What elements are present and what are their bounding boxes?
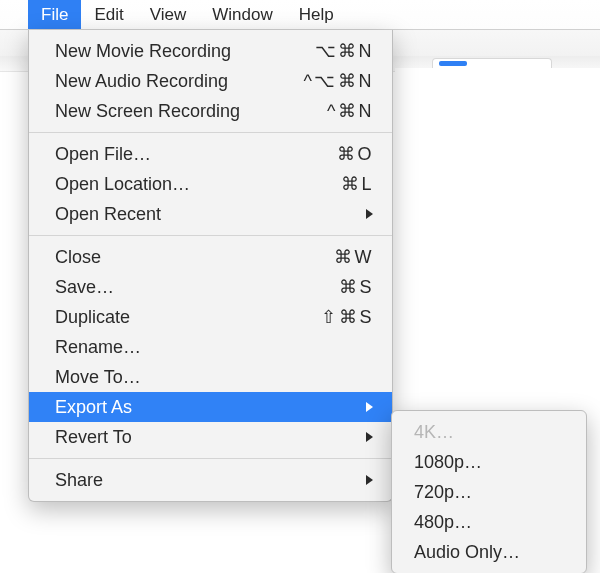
menu-bar: File Edit View Window Help <box>0 0 600 30</box>
menu-separator <box>29 235 392 236</box>
menu-item-shortcut: ⇧⌘S <box>294 306 374 328</box>
menu-item-new-audio-recording[interactable]: New Audio Recording ^⌥⌘N <box>29 66 392 96</box>
menu-item-label: New Audio Recording <box>55 71 294 92</box>
menu-item-rename[interactable]: Rename… <box>29 332 392 362</box>
menu-item-shortcut: ^⌥⌘N <box>294 70 374 92</box>
menu-help[interactable]: Help <box>286 0 347 29</box>
menu-item-label: Save… <box>55 277 294 298</box>
menu-item-revert-to[interactable]: Revert To <box>29 422 392 452</box>
submenu-item-480p[interactable]: 480p… <box>392 507 586 537</box>
menu-item-open-recent[interactable]: Open Recent <box>29 199 392 229</box>
menu-item-label: New Movie Recording <box>55 41 294 62</box>
submenu-item-label: 720p… <box>414 482 566 503</box>
submenu-item-4k: 4K… <box>392 417 586 447</box>
menu-item-label: Share <box>55 470 355 491</box>
menu-item-save[interactable]: Save… ⌘S <box>29 272 392 302</box>
menu-item-label: Revert To <box>55 427 355 448</box>
menu-window-label: Window <box>212 5 272 25</box>
menu-help-label: Help <box>299 5 334 25</box>
menu-item-new-screen-recording[interactable]: New Screen Recording ^⌘N <box>29 96 392 126</box>
menu-bar-leading-space <box>0 0 28 29</box>
menu-item-export-as[interactable]: Export As <box>29 392 392 422</box>
menu-item-label: Open File… <box>55 144 294 165</box>
submenu-arrow-icon <box>365 431 374 443</box>
submenu-arrow-icon <box>365 474 374 486</box>
menu-edit[interactable]: Edit <box>81 0 136 29</box>
menu-view[interactable]: View <box>137 0 200 29</box>
menu-item-open-location[interactable]: Open Location… ⌘L <box>29 169 392 199</box>
menu-item-open-file[interactable]: Open File… ⌘O <box>29 139 392 169</box>
menu-item-label: Move To… <box>55 367 374 388</box>
menu-item-label: New Screen Recording <box>55 101 294 122</box>
menu-item-duplicate[interactable]: Duplicate ⇧⌘S <box>29 302 392 332</box>
menu-item-shortcut: ⌘O <box>294 143 374 165</box>
submenu-item-label: Audio Only… <box>414 542 566 563</box>
submenu-item-label: 480p… <box>414 512 566 533</box>
menu-item-shortcut: ⌥⌘N <box>294 40 374 62</box>
menu-separator <box>29 458 392 459</box>
menu-item-move-to[interactable]: Move To… <box>29 362 392 392</box>
menu-item-label: Export As <box>55 397 355 418</box>
file-dropdown: New Movie Recording ⌥⌘N New Audio Record… <box>28 30 393 502</box>
menu-item-label: Rename… <box>55 337 374 358</box>
menu-edit-label: Edit <box>94 5 123 25</box>
menu-item-shortcut: ^⌘N <box>294 100 374 122</box>
menu-file-label: File <box>41 5 68 25</box>
submenu-item-label: 1080p… <box>414 452 566 473</box>
menu-item-new-movie-recording[interactable]: New Movie Recording ⌥⌘N <box>29 36 392 66</box>
menu-item-label: Open Location… <box>55 174 294 195</box>
menu-file[interactable]: File <box>28 0 81 29</box>
submenu-arrow-icon <box>365 208 374 220</box>
window-tab-strip <box>432 58 552 68</box>
menu-item-share[interactable]: Share <box>29 465 392 495</box>
submenu-item-audio-only[interactable]: Audio Only… <box>392 537 586 567</box>
menu-separator <box>29 132 392 133</box>
menu-item-label: Close <box>55 247 294 268</box>
menu-item-label: Duplicate <box>55 307 294 328</box>
menu-item-label: Open Recent <box>55 204 355 225</box>
submenu-item-label: 4K… <box>414 422 566 443</box>
submenu-item-720p[interactable]: 720p… <box>392 477 586 507</box>
menu-view-label: View <box>150 5 187 25</box>
menu-item-close[interactable]: Close ⌘W <box>29 242 392 272</box>
export-as-submenu: 4K… 1080p… 720p… 480p… Audio Only… <box>391 410 587 573</box>
menu-window[interactable]: Window <box>199 0 285 29</box>
menu-item-shortcut: ⌘W <box>294 246 374 268</box>
submenu-item-1080p[interactable]: 1080p… <box>392 447 586 477</box>
submenu-arrow-icon <box>365 401 374 413</box>
menu-item-shortcut: ⌘L <box>294 173 374 195</box>
menu-item-shortcut: ⌘S <box>294 276 374 298</box>
